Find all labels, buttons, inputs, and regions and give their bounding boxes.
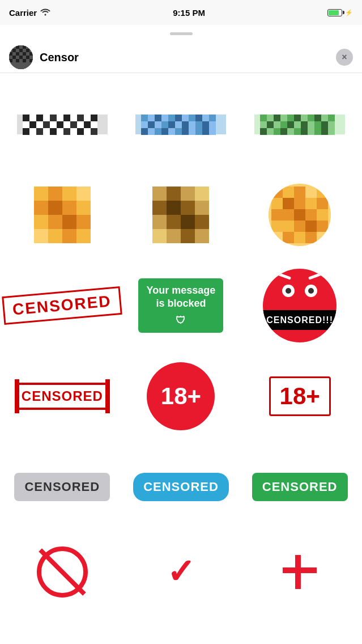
svg-rect-175 [271,232,283,243]
svg-rect-147 [181,215,195,229]
svg-rect-82 [182,128,189,135]
avatar [9,45,33,69]
svg-rect-17 [23,59,26,62]
sticker-msg-blocked[interactable]: Your message is blocked 🛡 [122,260,241,351]
svg-rect-33 [36,121,43,128]
svg-rect-95 [308,115,314,121]
svg-rect-14 [26,56,29,59]
shield-icon: 🛡 [176,314,186,327]
sticker-checkmark[interactable]: ✓ [122,544,241,600]
sticker-18-outline[interactable]: 18+ [240,351,359,442]
svg-rect-81 [175,128,182,135]
status-bar: Carrier 9:15 PM ⚡ [0,0,362,25]
svg-rect-42 [23,128,29,135]
svg-rect-145 [152,215,167,229]
svg-rect-58 [168,115,175,121]
svg-rect-155 [271,187,283,198]
svg-rect-65 [141,121,148,128]
svg-rect-52 [91,128,97,135]
svg-rect-43 [29,128,36,135]
svg-rect-72 [189,121,195,128]
svg-rect-97 [321,115,328,121]
svg-rect-152 [195,229,209,243]
svg-rect-113 [280,128,287,135]
sticker-btn-gray[interactable]: CENSORED [3,442,122,532]
sticker-pixel-bw[interactable] [3,79,122,170]
sticker-no-sign[interactable] [3,544,122,600]
svg-rect-108 [321,121,328,128]
svg-rect-37 [63,121,70,128]
svg-rect-177 [294,232,305,243]
svg-rect-76 [141,128,148,135]
svg-rect-36 [57,121,63,128]
drag-area [0,25,362,42]
svg-rect-99 [260,121,267,128]
svg-rect-28 [77,115,84,121]
svg-rect-38 [70,121,77,128]
svg-rect-161 [283,198,294,209]
svg-rect-132 [76,215,91,229]
svg-rect-176 [283,232,294,243]
avatar-image [9,45,33,69]
mosaic-round-image [266,181,334,249]
time-label: 9:15 PM [173,8,205,18]
svg-rect-112 [274,128,280,135]
svg-rect-27 [70,115,77,121]
sticker-hashtag[interactable] [240,544,359,600]
svg-rect-70 [175,121,182,128]
svg-rect-160 [271,198,283,209]
svg-rect-54 [141,115,148,121]
svg-rect-22 [36,115,43,121]
sticker-mosaic-round[interactable] [240,170,359,260]
svg-rect-4 [29,45,33,49]
msg-blocked-text: Your message is blocked [146,284,215,311]
sticker-censored-bars[interactable]: CENSORED [3,351,122,442]
svg-rect-134 [48,229,62,243]
svg-rect-23 [43,115,50,121]
face-censored-text: CENSORED!!! [266,315,333,325]
close-button[interactable]: × [336,49,353,66]
mosaic-brown-image [152,187,209,243]
svg-rect-21 [29,115,36,121]
status-right: ⚡ [327,9,353,16]
censored-face-container: CENSORED!!! [263,269,337,342]
carrier-label: Carrier [9,8,37,18]
face-eyes [282,285,317,297]
face-circle: CENSORED!!! [263,269,337,342]
sticker-mosaic-orange[interactable] [3,170,122,260]
18plus-outline: 18+ [269,376,331,416]
svg-rect-119 [321,128,328,135]
svg-rect-178 [305,232,317,243]
svg-rect-118 [314,128,321,135]
svg-rect-79 [161,128,168,135]
sticker-grid: CENSORED Your message is blocked 🛡 CENSO… [0,73,362,538]
svg-rect-158 [305,187,317,198]
svg-rect-117 [308,128,314,135]
sticker-btn-green[interactable]: CENSORED [240,442,359,532]
svg-rect-168 [305,209,317,221]
svg-rect-159 [317,187,328,198]
sticker-pixel-green[interactable] [240,79,359,170]
svg-rect-66 [148,121,155,128]
pixel-bar-blue-image [135,109,226,140]
sticker-btn-blue[interactable]: CENSORED [122,442,241,532]
svg-rect-75 [209,121,216,128]
sticker-18-circle[interactable]: 18+ [122,351,241,442]
sticker-censored-stamp[interactable]: CENSORED [3,260,122,351]
sticker-censored-face[interactable]: CENSORED!!! [240,260,359,351]
svg-rect-63 [202,115,209,121]
btn-green-censored-text: CENSORED [252,473,348,501]
svg-rect-138 [167,187,181,201]
svg-rect-149 [152,229,167,243]
mosaic-orange-image [31,184,93,246]
svg-rect-170 [271,221,283,232]
sticker-pixel-blue[interactable] [122,79,241,170]
svg-rect-3 [23,45,26,49]
svg-rect-151 [181,229,195,243]
svg-rect-116 [301,128,308,135]
svg-rect-49 [70,128,77,135]
svg-rect-165 [271,209,283,221]
svg-rect-35 [50,121,57,128]
sticker-mosaic-brown[interactable] [122,170,241,260]
svg-rect-171 [283,221,294,232]
